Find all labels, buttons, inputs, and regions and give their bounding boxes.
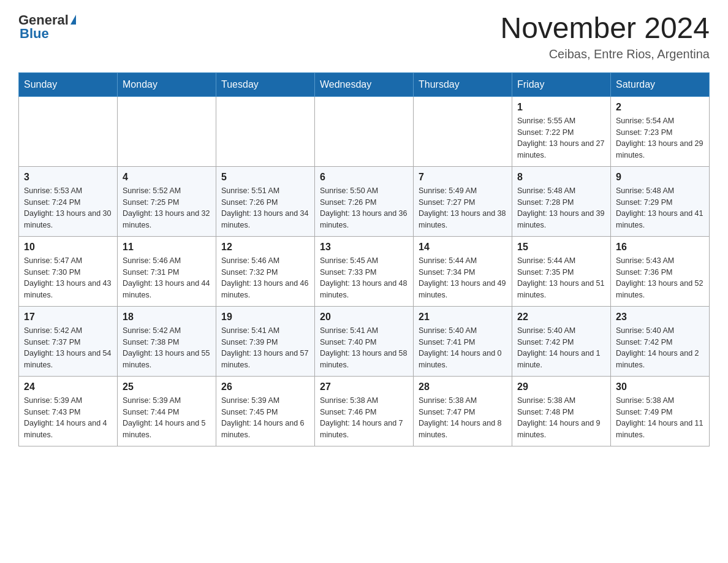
day-number: 1: [517, 102, 605, 113]
calendar-cell: 28Sunrise: 5:38 AMSunset: 7:47 PMDayligh…: [414, 376, 512, 446]
calendar-cell: 25Sunrise: 5:39 AMSunset: 7:44 PMDayligh…: [118, 376, 216, 446]
calendar-cell: 23Sunrise: 5:40 AMSunset: 7:42 PMDayligh…: [611, 306, 710, 376]
day-info: Sunrise: 5:44 AMSunset: 7:35 PMDaylight:…: [517, 255, 605, 301]
weekday-header-wednesday: Wednesday: [315, 72, 414, 96]
calendar-week-row: 3Sunrise: 5:53 AMSunset: 7:24 PMDaylight…: [19, 166, 710, 236]
day-info: Sunrise: 5:42 AMSunset: 7:38 PMDaylight:…: [123, 325, 211, 371]
calendar-cell: 17Sunrise: 5:42 AMSunset: 7:37 PMDayligh…: [19, 306, 118, 376]
logo-arrow-icon: [70, 15, 76, 25]
day-number: 20: [320, 312, 408, 323]
logo: General Blue: [18, 12, 76, 42]
calendar-header-row: SundayMondayTuesdayWednesdayThursdayFrid…: [19, 72, 710, 96]
calendar-cell: 5Sunrise: 5:51 AMSunset: 7:26 PMDaylight…: [216, 166, 315, 236]
day-number: 15: [517, 242, 605, 253]
day-number: 4: [123, 172, 211, 183]
day-info: Sunrise: 5:49 AMSunset: 7:27 PMDaylight:…: [419, 185, 507, 231]
day-info: Sunrise: 5:51 AMSunset: 7:26 PMDaylight:…: [221, 185, 309, 231]
calendar-cell: 11Sunrise: 5:46 AMSunset: 7:31 PMDayligh…: [118, 236, 216, 306]
calendar-cell: 18Sunrise: 5:42 AMSunset: 7:38 PMDayligh…: [118, 306, 216, 376]
calendar-cell: 6Sunrise: 5:50 AMSunset: 7:26 PMDaylight…: [315, 166, 414, 236]
day-info: Sunrise: 5:53 AMSunset: 7:24 PMDaylight:…: [24, 185, 112, 231]
calendar-cell: 15Sunrise: 5:44 AMSunset: 7:35 PMDayligh…: [512, 236, 611, 306]
location-title: Ceibas, Entre Rios, Argentina: [500, 47, 710, 61]
day-number: 30: [616, 381, 704, 393]
day-info: Sunrise: 5:55 AMSunset: 7:22 PMDaylight:…: [517, 115, 605, 161]
day-number: 6: [320, 172, 408, 183]
day-number: 28: [419, 381, 507, 393]
calendar-cell: 9Sunrise: 5:48 AMSunset: 7:29 PMDaylight…: [611, 166, 710, 236]
calendar-cell: 20Sunrise: 5:41 AMSunset: 7:40 PMDayligh…: [315, 306, 414, 376]
day-info: Sunrise: 5:39 AMSunset: 7:43 PMDaylight:…: [24, 395, 112, 441]
day-number: 8: [517, 172, 605, 183]
calendar-cell: 13Sunrise: 5:45 AMSunset: 7:33 PMDayligh…: [315, 236, 414, 306]
day-info: Sunrise: 5:39 AMSunset: 7:45 PMDaylight:…: [221, 395, 309, 441]
calendar-cell: 10Sunrise: 5:47 AMSunset: 7:30 PMDayligh…: [19, 236, 118, 306]
logo-blue: Blue: [20, 26, 49, 42]
day-number: 29: [517, 381, 605, 393]
weekday-header-monday: Monday: [118, 72, 216, 96]
day-info: Sunrise: 5:46 AMSunset: 7:32 PMDaylight:…: [221, 255, 309, 301]
day-number: 16: [616, 242, 704, 253]
calendar-cell: 3Sunrise: 5:53 AMSunset: 7:24 PMDaylight…: [19, 166, 118, 236]
calendar-cell: 19Sunrise: 5:41 AMSunset: 7:39 PMDayligh…: [216, 306, 315, 376]
day-number: 23: [616, 312, 704, 323]
day-number: 17: [24, 312, 112, 323]
day-number: 27: [320, 381, 408, 393]
calendar-cell: 7Sunrise: 5:49 AMSunset: 7:27 PMDaylight…: [414, 166, 512, 236]
calendar-week-row: 24Sunrise: 5:39 AMSunset: 7:43 PMDayligh…: [19, 376, 710, 446]
day-number: 7: [419, 172, 507, 183]
calendar-cell: 16Sunrise: 5:43 AMSunset: 7:36 PMDayligh…: [611, 236, 710, 306]
day-info: Sunrise: 5:54 AMSunset: 7:23 PMDaylight:…: [616, 115, 704, 161]
calendar-week-row: 1Sunrise: 5:55 AMSunset: 7:22 PMDaylight…: [19, 96, 710, 166]
day-info: Sunrise: 5:38 AMSunset: 7:48 PMDaylight:…: [517, 395, 605, 441]
day-number: 26: [221, 381, 309, 393]
day-info: Sunrise: 5:46 AMSunset: 7:31 PMDaylight:…: [123, 255, 211, 301]
calendar-cell: 30Sunrise: 5:38 AMSunset: 7:49 PMDayligh…: [611, 376, 710, 446]
calendar-cell: 8Sunrise: 5:48 AMSunset: 7:28 PMDaylight…: [512, 166, 611, 236]
day-info: Sunrise: 5:39 AMSunset: 7:44 PMDaylight:…: [123, 395, 211, 441]
calendar-cell: 24Sunrise: 5:39 AMSunset: 7:43 PMDayligh…: [19, 376, 118, 446]
calendar-cell: 21Sunrise: 5:40 AMSunset: 7:41 PMDayligh…: [414, 306, 512, 376]
weekday-header-saturday: Saturday: [611, 72, 710, 96]
day-info: Sunrise: 5:38 AMSunset: 7:47 PMDaylight:…: [419, 395, 507, 441]
day-number: 22: [517, 312, 605, 323]
calendar-week-row: 17Sunrise: 5:42 AMSunset: 7:37 PMDayligh…: [19, 306, 710, 376]
day-number: 9: [616, 172, 704, 183]
day-info: Sunrise: 5:50 AMSunset: 7:26 PMDaylight:…: [320, 185, 408, 231]
calendar-cell: 29Sunrise: 5:38 AMSunset: 7:48 PMDayligh…: [512, 376, 611, 446]
calendar-cell: 2Sunrise: 5:54 AMSunset: 7:23 PMDaylight…: [611, 96, 710, 166]
day-number: 14: [419, 242, 507, 253]
day-number: 2: [616, 102, 704, 113]
day-number: 24: [24, 381, 112, 393]
day-info: Sunrise: 5:52 AMSunset: 7:25 PMDaylight:…: [123, 185, 211, 231]
weekday-header-tuesday: Tuesday: [216, 72, 315, 96]
day-info: Sunrise: 5:45 AMSunset: 7:33 PMDaylight:…: [320, 255, 408, 301]
calendar-cell: [414, 96, 512, 166]
title-section: November 2024 Ceibas, Entre Rios, Argent…: [500, 12, 710, 61]
calendar-cell: 14Sunrise: 5:44 AMSunset: 7:34 PMDayligh…: [414, 236, 512, 306]
calendar-cell: 22Sunrise: 5:40 AMSunset: 7:42 PMDayligh…: [512, 306, 611, 376]
day-info: Sunrise: 5:43 AMSunset: 7:36 PMDaylight:…: [616, 255, 704, 301]
weekday-header-sunday: Sunday: [19, 72, 118, 96]
day-info: Sunrise: 5:40 AMSunset: 7:42 PMDaylight:…: [517, 325, 605, 371]
day-number: 11: [123, 242, 211, 253]
day-number: 25: [123, 381, 211, 393]
calendar-cell: [19, 96, 118, 166]
day-number: 3: [24, 172, 112, 183]
calendar-cell: 1Sunrise: 5:55 AMSunset: 7:22 PMDaylight…: [512, 96, 611, 166]
calendar-cell: [216, 96, 315, 166]
weekday-header-thursday: Thursday: [414, 72, 512, 96]
day-info: Sunrise: 5:41 AMSunset: 7:39 PMDaylight:…: [221, 325, 309, 371]
day-info: Sunrise: 5:38 AMSunset: 7:46 PMDaylight:…: [320, 395, 408, 441]
month-title: November 2024: [500, 12, 710, 45]
calendar-cell: [315, 96, 414, 166]
calendar-cell: [118, 96, 216, 166]
calendar-cell: 12Sunrise: 5:46 AMSunset: 7:32 PMDayligh…: [216, 236, 315, 306]
day-info: Sunrise: 5:48 AMSunset: 7:29 PMDaylight:…: [616, 185, 704, 231]
day-number: 5: [221, 172, 309, 183]
calendar-week-row: 10Sunrise: 5:47 AMSunset: 7:30 PMDayligh…: [19, 236, 710, 306]
day-number: 21: [419, 312, 507, 323]
day-number: 19: [221, 312, 309, 323]
day-info: Sunrise: 5:40 AMSunset: 7:41 PMDaylight:…: [419, 325, 507, 371]
day-number: 18: [123, 312, 211, 323]
